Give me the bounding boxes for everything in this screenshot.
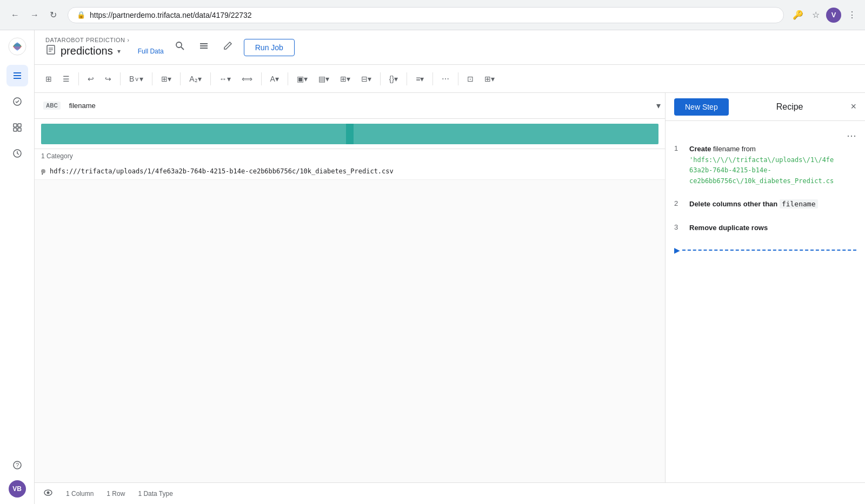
list-view-button[interactable] xyxy=(196,38,211,56)
menu-icon[interactable]: ⋮ xyxy=(846,8,859,23)
key-icon[interactable]: 🔑 xyxy=(790,8,806,23)
recipe-body: ⋯ 1 Create filename from 'hdfs:\/\/\/tri… xyxy=(666,121,865,482)
url-text: https://partnerdemo.trifacta.net/data/41… xyxy=(90,11,252,19)
main-content: DATAROBOT PREDICTION › predictions ▾ Ful… xyxy=(35,30,865,504)
dataset-icon xyxy=(45,44,56,58)
format-btn3[interactable]: ⊞▾ xyxy=(336,71,355,86)
new-step-button[interactable]: New Step xyxy=(674,98,729,116)
dataset-title-row: predictions ▾ Full Data xyxy=(45,44,164,58)
category-label: 1 Category xyxy=(35,149,665,163)
sidebar: ? VB xyxy=(0,30,35,504)
column-dropdown-icon[interactable]: ▾ xyxy=(656,100,661,111)
more-btn[interactable]: ⋯ xyxy=(437,71,454,86)
grid-view-btn[interactable]: ⊞ xyxy=(41,71,56,86)
list-view-btn[interactable]: ☰ xyxy=(58,71,74,86)
step-content-3: Remove duplicate rows xyxy=(689,223,856,233)
lock-icon: 🔒 xyxy=(77,11,85,19)
expand-btn[interactable]: ⟺ xyxy=(237,71,257,86)
format-btn2[interactable]: ▤▾ xyxy=(314,71,334,86)
recipe-step-2: 2 Delete columns other than filename xyxy=(674,199,856,210)
back-button[interactable]: ← xyxy=(6,8,24,22)
star-icon[interactable]: ☆ xyxy=(810,8,822,23)
sidebar-item-help[interactable]: ? xyxy=(6,454,28,476)
sort-btn[interactable]: A₂▾ xyxy=(185,71,205,86)
sep5 xyxy=(210,72,211,85)
recipe-cursor: ▶ xyxy=(674,246,856,254)
sep4 xyxy=(180,72,181,85)
sep7 xyxy=(288,72,288,85)
col-type-btn[interactable]: Bv▾ xyxy=(125,71,148,86)
dataset-chevron[interactable]: ▾ xyxy=(117,48,121,55)
user-avatar-sidebar[interactable]: VB xyxy=(9,480,26,498)
sep2 xyxy=(120,72,121,85)
settings-btn[interactable]: ⊞▾ xyxy=(480,71,499,86)
svg-text:?: ? xyxy=(15,462,18,468)
svg-rect-2 xyxy=(14,124,17,127)
status-eye-icon[interactable] xyxy=(43,488,53,499)
recipe-header: New Step Recipe × xyxy=(666,93,865,121)
sidebar-item-jobs[interactable] xyxy=(6,143,28,164)
app-layout: ? VB DATAROBOT PREDICTION › predictions … xyxy=(0,30,865,504)
address-bar[interactable]: 🔒 https://partnerdemo.trifacta.net/data/… xyxy=(68,7,784,23)
sep10 xyxy=(432,72,433,85)
filter-btn[interactable]: ≡▾ xyxy=(411,71,428,86)
step-code-1: 'hdfs:\/\/\/trifacta\/uploads\/1\/4fe63a… xyxy=(689,156,834,185)
svg-rect-16 xyxy=(200,45,208,46)
sidebar-item-flows[interactable] xyxy=(6,91,28,112)
app-header: DATAROBOT PREDICTION › predictions ▾ Ful… xyxy=(35,30,865,65)
step-keyword-1: Create xyxy=(689,145,711,153)
svg-rect-15 xyxy=(200,43,208,44)
column-name: filename xyxy=(69,102,652,110)
svg-rect-17 xyxy=(200,48,208,49)
redo-btn[interactable]: ↪ xyxy=(101,71,116,86)
format-btn1[interactable]: ▣▾ xyxy=(292,71,312,86)
svg-rect-4 xyxy=(14,128,17,131)
sep9 xyxy=(407,72,407,85)
sidebar-item-datasets[interactable] xyxy=(6,117,28,138)
step-number-3: 3 xyxy=(674,223,683,233)
run-job-button[interactable]: Run Job xyxy=(244,39,295,56)
svg-point-13 xyxy=(176,42,182,48)
code-btn[interactable]: {}▾ xyxy=(385,71,402,86)
browser-actions: 🔑 ☆ V ⋮ xyxy=(790,8,859,23)
dataset-name[interactable]: predictions xyxy=(61,45,113,57)
cursor-line xyxy=(682,250,856,251)
toolbar: ⊞ ☰ ↩ ↪ Bv▾ ⊞▾ A₂▾ ↔▾ ⟺ A▾ ▣▾ ▤▾ ⊞▾ ⊟▾ {… xyxy=(35,65,865,93)
text-btn[interactable]: A▾ xyxy=(266,71,283,86)
data-bar-container xyxy=(41,124,658,144)
recipe-close-button[interactable]: × xyxy=(850,101,856,112)
status-bar: 1 Column 1 Row 1 Data Type xyxy=(35,482,865,504)
user-avatar-browser[interactable]: V xyxy=(826,8,841,23)
breadcrumb: DATAROBOT PREDICTION › xyxy=(45,37,164,43)
undo-btn[interactable]: ↩ xyxy=(83,71,98,86)
app-logo[interactable] xyxy=(8,37,27,56)
browser-nav: ← → ↻ xyxy=(6,8,61,22)
forward-button[interactable]: → xyxy=(26,8,43,22)
format-btn4[interactable]: ⊟▾ xyxy=(357,71,376,86)
step-inline-code-2: filename xyxy=(780,199,818,209)
merge-btn[interactable]: ⊞▾ xyxy=(157,71,176,86)
recipe-title: Recipe xyxy=(733,102,847,112)
table-btn[interactable]: ⊡ xyxy=(463,71,478,86)
search-button[interactable] xyxy=(172,38,188,56)
data-grid: ABC filename ▾ 1 Category · xyxy=(35,93,665,482)
edit-button[interactable] xyxy=(220,38,235,56)
recipe-more-icon[interactable]: ⋯ xyxy=(674,127,856,144)
header-actions: Run Job xyxy=(172,38,295,56)
breadcrumb-text[interactable]: DATAROBOT PREDICTION xyxy=(45,37,125,43)
full-data-link[interactable]: Full Data xyxy=(138,48,164,55)
sep3 xyxy=(152,72,152,85)
table-row: · hdfs:///trifacta/uploads/1/4fe63a2b-76… xyxy=(35,163,665,180)
sidebar-item-wrangle[interactable] xyxy=(6,65,28,86)
recipe-panel: New Step Recipe × ⋯ 1 Create filename fr… xyxy=(665,93,865,482)
sep6 xyxy=(261,72,262,85)
data-bar-highlight xyxy=(346,124,354,144)
resize-btn[interactable]: ↔▾ xyxy=(215,71,235,86)
step-keyword-2: Delete columns other than xyxy=(689,200,777,208)
status-data-types: 1 Data Type xyxy=(138,490,173,498)
reload-button[interactable]: ↻ xyxy=(45,8,61,22)
grid-area: ABC filename ▾ 1 Category · xyxy=(35,93,865,482)
breadcrumb-chevron: › xyxy=(128,37,130,43)
step-keyword-3: Remove duplicate rows xyxy=(689,224,768,232)
column-type-badge: ABC xyxy=(43,102,61,110)
